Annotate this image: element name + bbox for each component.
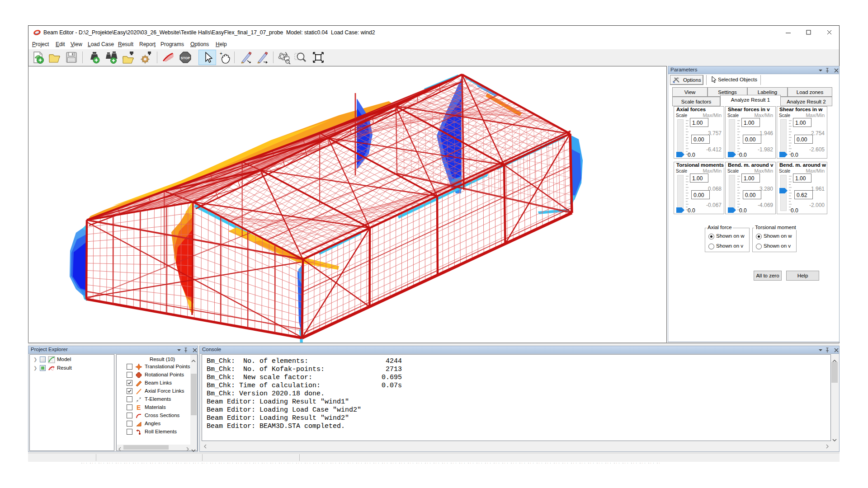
svg-text:+: + bbox=[220, 51, 222, 56]
svg-text:STOP: STOP bbox=[181, 56, 190, 60]
svg-text:E: E bbox=[137, 404, 141, 411]
